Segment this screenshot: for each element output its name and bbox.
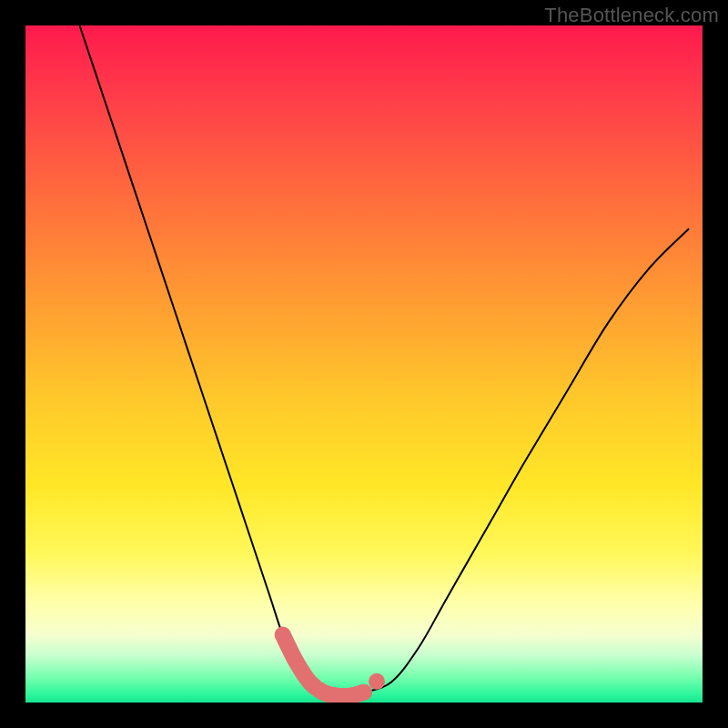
optimal-valley-highlight <box>283 635 364 696</box>
optimal-valley-dot <box>369 673 385 690</box>
bottleneck-curve-line <box>80 25 690 696</box>
chart-gradient-area <box>25 25 703 703</box>
watermark-text: TheBottleneck.com <box>544 4 719 27</box>
bottleneck-curve-svg <box>25 25 703 703</box>
